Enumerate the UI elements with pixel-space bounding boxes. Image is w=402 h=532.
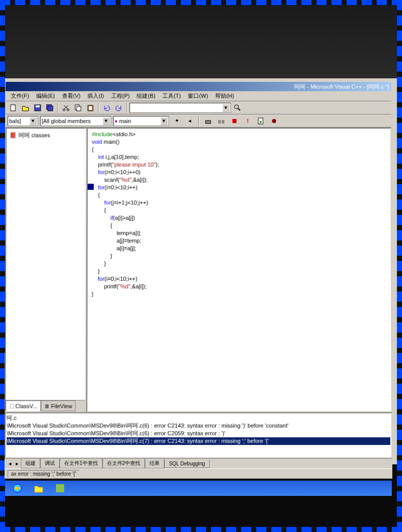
workspace-pane: 📕 呵呵 classes ⬚ClassV... 🗎FileView [5, 128, 87, 412]
members-combo-text: [All global members [42, 117, 91, 124]
ide-window: 呵呵 - Microsoft Visual C++ - [呵呵.c *] 文件(… [5, 82, 393, 479]
class-combo[interactable]: bals]▾ [8, 115, 38, 126]
wizard-nav-back[interactable]: ◂ [184, 115, 195, 126]
toolbar-separator [198, 115, 199, 126]
svg-point-18 [272, 119, 276, 123]
svg-rect-2 [36, 105, 40, 107]
tab-nav-right[interactable]: ▸ [14, 460, 21, 467]
chevron-down-icon[interactable]: ▾ [160, 116, 167, 125]
main-area: 📕 呵呵 classes ⬚ClassV... 🗎FileView #inclu… [5, 128, 392, 412]
tab-fileview-label: FileView [51, 403, 72, 409]
tab-debug[interactable]: 调试 [40, 459, 60, 468]
svg-point-11 [235, 105, 239, 109]
stop-build-button[interactable] [229, 115, 240, 126]
breakpoint-button[interactable] [269, 115, 280, 126]
svg-rect-0 [11, 105, 15, 111]
app-taskbar-button[interactable] [50, 482, 70, 495]
tab-classview-label: ClassV... [15, 403, 37, 409]
window-title: 呵呵 - Microsoft Visual C++ - [呵呵.c *] [295, 83, 389, 91]
windows-taskbar[interactable] [5, 481, 392, 496]
status-text: ax error : missing ';' before '{' [8, 470, 80, 478]
ie-taskbar-button[interactable] [7, 482, 27, 495]
book-icon: 📕 [10, 132, 17, 139]
tab-fileview[interactable]: 🗎FileView [41, 400, 76, 411]
code-content[interactable]: #include<stdio.h>void main(){ int i,j,a[… [88, 129, 391, 300]
tab-find2[interactable]: 在文件2中查找 [102, 459, 145, 468]
output-tabs: ◂ ▸ 组建 调试 在文件1中查找 在文件2中查找 结果 SQL Debuggi… [5, 458, 392, 468]
class-icon: ⬚ [9, 402, 14, 409]
tab-nav-left[interactable]: ◂ [7, 460, 14, 467]
wizard-bar: bals]▾ [All global members▾ ♦main▾ ✦ ◂ ! [6, 114, 391, 128]
class-tree[interactable]: 📕 呵呵 classes [6, 129, 85, 400]
execute-button[interactable]: ! [242, 115, 253, 126]
wand-icon: ✦ [175, 117, 179, 124]
tab-build[interactable]: 组建 [21, 459, 40, 468]
find-combo[interactable]: ▾ [129, 103, 231, 113]
svg-rect-16 [233, 119, 237, 123]
function-icon: ♦ [114, 117, 118, 124]
menu-build[interactable]: 组建(B) [134, 91, 159, 101]
find-button[interactable] [232, 102, 243, 113]
chevron-down-icon[interactable]: ▾ [103, 116, 110, 125]
exclaim-icon: ! [247, 117, 249, 124]
svg-rect-15 [222, 120, 224, 123]
copy-button[interactable] [73, 102, 84, 113]
svg-rect-17 [259, 117, 263, 124]
members-combo[interactable]: [All global members▾ [40, 115, 111, 126]
save-button[interactable] [32, 102, 43, 113]
svg-rect-13 [206, 120, 211, 123]
menu-edit[interactable]: 编辑(E) [33, 91, 58, 101]
workspace-tabs: ⬚ClassV... 🗎FileView [6, 400, 85, 411]
toolbar-separator [98, 103, 99, 113]
go-button[interactable] [255, 115, 267, 126]
toolbar-separator [126, 103, 127, 113]
function-combo[interactable]: ♦main▾ [113, 115, 169, 126]
compile-button[interactable] [216, 115, 227, 126]
output-pane[interactable]: 呵.c\Microsoft Visual Studio\Common\MSDev… [5, 412, 392, 458]
build-button[interactable] [203, 115, 214, 126]
standard-toolbar: ▾ [6, 101, 391, 114]
menu-window[interactable]: 窗口(W) [185, 91, 211, 101]
class-combo-text: bals] [9, 117, 21, 124]
function-combo-text: main [119, 117, 131, 124]
undo-button[interactable] [101, 102, 112, 113]
menu-project[interactable]: 工程(P) [108, 91, 133, 101]
svg-rect-14 [218, 120, 221, 123]
code-editor[interactable]: #include<stdio.h>void main(){ int i,j,a[… [86, 128, 392, 412]
chevron-down-icon[interactable]: ▾ [222, 104, 229, 112]
tab-sql[interactable]: SQL Debugging [164, 460, 210, 468]
redo-button[interactable] [113, 102, 124, 113]
new-button[interactable] [8, 102, 19, 113]
tree-root-label: 呵呵 classes [19, 132, 50, 139]
menu-bar: 文件(F) 编辑(E) 查看(V) 插入(I) 工程(P) 组建(B) 工具(T… [6, 91, 391, 101]
tab-results[interactable]: 结果 [145, 459, 164, 468]
svg-rect-4 [48, 106, 53, 111]
svg-line-12 [238, 108, 240, 110]
title-bar[interactable]: 呵呵 - Microsoft Visual C++ - [呵呵.c *] [6, 82, 391, 91]
svg-rect-8 [77, 106, 81, 111]
chevron-down-icon[interactable]: ▾ [30, 116, 37, 125]
menu-tools[interactable]: 工具(T) [159, 91, 184, 101]
explorer-taskbar-button[interactable] [28, 482, 49, 495]
cut-button[interactable] [61, 102, 72, 113]
tab-classview[interactable]: ⬚ClassV... [6, 400, 41, 411]
paste-button[interactable] [85, 102, 96, 113]
file-icon: 🗎 [44, 403, 50, 409]
open-button[interactable] [20, 102, 31, 113]
menu-file[interactable]: 文件(F) [8, 91, 32, 101]
tree-root[interactable]: 📕 呵呵 classes [9, 131, 84, 140]
menu-insert[interactable]: 插入(I) [84, 91, 107, 101]
menu-help[interactable]: 帮助(H) [212, 91, 237, 101]
breakpoint-marker[interactable] [88, 184, 94, 190]
menu-view[interactable]: 查看(V) [59, 91, 84, 101]
save-all-button[interactable] [44, 102, 55, 113]
svg-rect-10 [89, 106, 92, 110]
wizard-action-button[interactable]: ✦ [171, 115, 182, 126]
svg-rect-20 [56, 484, 64, 492]
tab-find1[interactable]: 在文件1中查找 [60, 459, 102, 468]
status-bar: ax error : missing ';' before '{' [5, 468, 393, 479]
toolbar-separator [58, 103, 59, 113]
